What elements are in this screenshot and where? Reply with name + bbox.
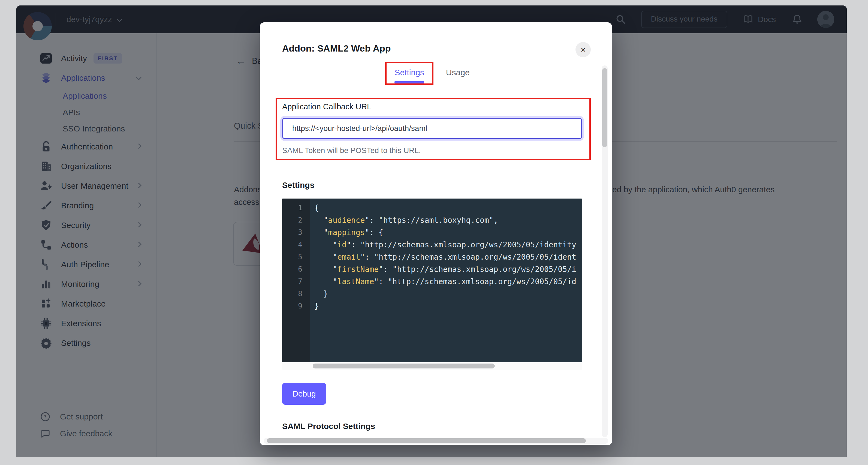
editor-horizontal-scrollbar[interactable] <box>282 362 582 370</box>
debug-button[interactable]: Debug <box>282 383 326 405</box>
line-number: 4 <box>282 239 310 251</box>
modal-bottom-scrollbar[interactable] <box>264 438 608 444</box>
screen: dev-tyj7qyzz Discuss your needs Docs <box>0 0 868 465</box>
code-line: "email": "http://schemas.xmlsoap.org/ws/… <box>314 251 582 263</box>
code-area[interactable]: 123456789 { "audience": "https://saml.bo… <box>282 199 582 362</box>
tab-settings-label: Settings <box>395 68 424 77</box>
code-line: "lastName": "http://schemas.xmlsoap.org/… <box>314 275 582 288</box>
code-line: } <box>314 288 582 300</box>
code-line: "firstName": "http://schemas.xmlsoap.org… <box>314 263 582 275</box>
code-line: "audience": "https://saml.boxyhq.com", <box>314 214 582 226</box>
code-line: "mappings": { <box>314 226 582 239</box>
tab-usage-label: Usage <box>446 68 470 77</box>
line-number: 5 <box>282 251 310 263</box>
code-pane[interactable]: { "audience": "https://saml.boxyhq.com",… <box>310 199 582 362</box>
active-tab-underline <box>395 81 424 83</box>
line-number: 3 <box>282 226 310 239</box>
line-number-gutter: 123456789 <box>282 199 310 362</box>
callback-url-label: Application Callback URL <box>282 102 582 111</box>
settings-section-heading: Settings <box>282 180 582 190</box>
callback-url-helper: SAML Token will be POSTed to this URL. <box>282 146 582 155</box>
close-icon[interactable]: × <box>576 42 591 57</box>
code-line: "id": "http://schemas.xmlsoap.org/ws/200… <box>314 239 582 251</box>
modal-vertical-scrollbar[interactable] <box>602 65 608 437</box>
line-number: 8 <box>282 288 310 300</box>
tabs-divider <box>269 85 598 85</box>
saml2-addon-modal: Addon: SAML2 Web App × Settings Usage Ap… <box>260 22 612 445</box>
line-number: 9 <box>282 300 310 312</box>
tab-usage[interactable]: Usage <box>437 62 479 85</box>
line-number: 1 <box>282 202 310 214</box>
code-line: { <box>314 202 582 214</box>
line-number: 7 <box>282 275 310 288</box>
settings-code-editor[interactable]: 123456789 { "audience": "https://saml.bo… <box>282 199 582 370</box>
saml-protocol-settings-heading: SAML Protocol Settings <box>282 422 582 431</box>
code-line: } <box>314 300 582 312</box>
line-number: 2 <box>282 214 310 226</box>
line-number: 6 <box>282 263 310 275</box>
modal-tabs: Settings Usage <box>282 62 582 85</box>
modal-bottom-scrollbar-thumb[interactable] <box>267 438 586 443</box>
tab-settings[interactable]: Settings <box>385 62 433 85</box>
modal-vertical-scrollbar-thumb[interactable] <box>602 68 607 147</box>
callback-url-input[interactable] <box>282 118 582 139</box>
modal-title: Addon: SAML2 Web App <box>282 43 582 54</box>
callback-url-section: Application Callback URL SAML Token will… <box>276 98 591 161</box>
editor-scrollbar-thumb[interactable] <box>313 364 495 369</box>
